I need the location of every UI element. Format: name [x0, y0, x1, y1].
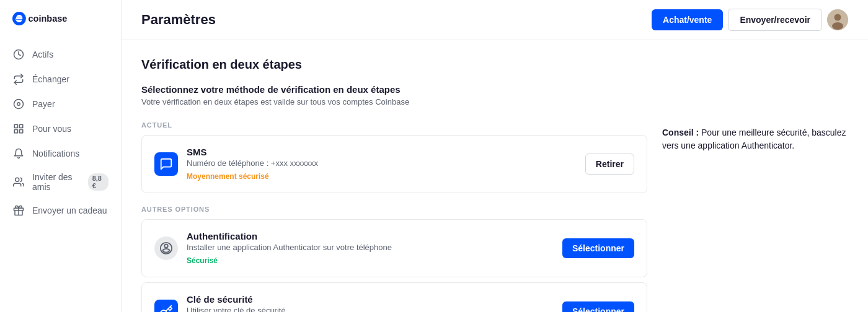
security-key-icon: [154, 300, 178, 312]
subtitle-sub: Votre vérification en deux étapes est va…: [141, 97, 848, 106]
sms-info: SMS Numéro de téléphone : +xxx xxxxxxx M…: [187, 147, 577, 181]
svg-point-4: [17, 103, 20, 106]
sidebar-label-payer: Payer: [32, 99, 55, 109]
users-icon: [12, 176, 25, 188]
key-desc: Utiliser votre clé de sécurité: [187, 306, 554, 312]
conseil-box: Conseil : Pour une meilleure sécurité, b…: [662, 121, 848, 312]
autres-options-section: AUTRES OPTIONS Authentification Installe…: [141, 206, 647, 312]
invite-badge: 8,8 €: [88, 173, 108, 191]
auth-name: Authentification: [187, 231, 554, 241]
select-key-button[interactable]: Sélectionner: [562, 301, 634, 312]
sidebar-logo[interactable]: coinbase: [0, 0, 121, 37]
main-content: Paramètres Achat/vente Envoyer/recevoir …: [122, 0, 868, 312]
grid-icon: [12, 123, 25, 135]
conseil-prefix: Conseil :: [662, 128, 699, 137]
key-method-card: Clé de sécurité Utiliser votre clé de sé…: [141, 282, 647, 312]
sms-security: Moyennement sécurisé: [187, 172, 269, 181]
options-cards: Authentification Installer une applicati…: [141, 219, 647, 312]
sidebar-item-inviter[interactable]: Inviter des amis 8,8 €: [0, 166, 121, 198]
sidebar-label-pour-vous: Pour vous: [32, 124, 71, 134]
section-title: Vérification en deux étapes: [141, 58, 848, 72]
svg-text:coinbase: coinbase: [28, 14, 67, 24]
sidebar-item-cadeau[interactable]: Envoyer un cadeau: [0, 198, 121, 223]
swap-icon: [12, 73, 25, 85]
auth-desc: Installer une application Authenticator …: [187, 243, 554, 252]
page-title: Paramètres: [141, 12, 216, 28]
select-auth-button[interactable]: Sélectionner: [562, 238, 634, 258]
chart-icon: [12, 48, 25, 61]
sidebar-label-cadeau: Envoyer un cadeau: [32, 206, 107, 215]
autres-label: AUTRES OPTIONS: [141, 206, 647, 213]
sidebar-label-echanger: Échanger: [32, 74, 69, 84]
sidebar-item-payer[interactable]: Payer: [0, 92, 121, 116]
sidebar-item-pour-vous[interactable]: Pour vous: [0, 116, 121, 141]
key-info: Clé de sécurité Utiliser votre clé de sé…: [187, 294, 554, 312]
sidebar: coinbase Actifs Échanger Payer Po: [0, 0, 122, 312]
sidebar-label-notifications: Notifications: [32, 149, 79, 158]
sidebar-label-actifs: Actifs: [32, 50, 53, 59]
actuel-section: ACTUEL SMS Numéro de téléphone : +xxx xx…: [141, 121, 848, 312]
sidebar-item-echanger[interactable]: Échanger: [0, 67, 121, 92]
sidebar-item-notifications[interactable]: Notifications: [0, 141, 121, 166]
actuel-label: ACTUEL: [141, 121, 647, 129]
send-receive-button[interactable]: Envoyer/recevoir: [728, 9, 822, 31]
topbar-actions: Achat/vente Envoyer/recevoir: [652, 9, 848, 31]
retirer-button[interactable]: Retirer: [585, 154, 634, 175]
subtitle-main: Sélectionnez votre méthode de vérificati…: [141, 84, 848, 95]
sms-icon: [154, 152, 178, 176]
subtitle-box: Sélectionnez votre méthode de vérificati…: [141, 84, 848, 106]
svg-rect-6: [20, 124, 23, 128]
auth-info: Authentification Installer une applicati…: [187, 231, 554, 266]
svg-rect-8: [20, 130, 23, 133]
actuel-left: ACTUEL SMS Numéro de téléphone : +xxx xx…: [141, 121, 647, 312]
gift-icon: [12, 204, 25, 217]
svg-point-13: [835, 14, 841, 21]
svg-point-14: [832, 22, 843, 30]
svg-point-9: [16, 178, 19, 181]
sidebar-navigation: Actifs Échanger Payer Pour vous Notifica: [0, 37, 121, 312]
sidebar-label-inviter: Inviter des amis: [32, 172, 81, 192]
content-area: Vérification en deux étapes Sélectionnez…: [122, 40, 868, 312]
buy-sell-button[interactable]: Achat/vente: [652, 9, 723, 30]
key-name: Clé de sécurité: [187, 294, 554, 305]
authentification-icon: [154, 236, 178, 260]
auth-security: Sécurisé: [187, 256, 218, 265]
circle-icon: [12, 98, 25, 110]
svg-rect-5: [14, 124, 17, 128]
svg-point-3: [14, 100, 24, 109]
sidebar-item-actifs[interactable]: Actifs: [0, 42, 121, 67]
sms-name: SMS: [187, 147, 577, 157]
avatar[interactable]: [827, 9, 848, 30]
topbar: Paramètres Achat/vente Envoyer/recevoir: [122, 0, 868, 40]
auth-method-card: Authentification Installer une applicati…: [141, 219, 647, 277]
coinbase-logo[interactable]: coinbase: [12, 10, 74, 27]
sms-desc: Numéro de téléphone : +xxx xxxxxxx: [187, 158, 577, 168]
current-method-card: SMS Numéro de téléphone : +xxx xxxxxxx M…: [141, 135, 647, 193]
svg-rect-7: [14, 130, 17, 133]
bell-icon: [12, 147, 25, 160]
